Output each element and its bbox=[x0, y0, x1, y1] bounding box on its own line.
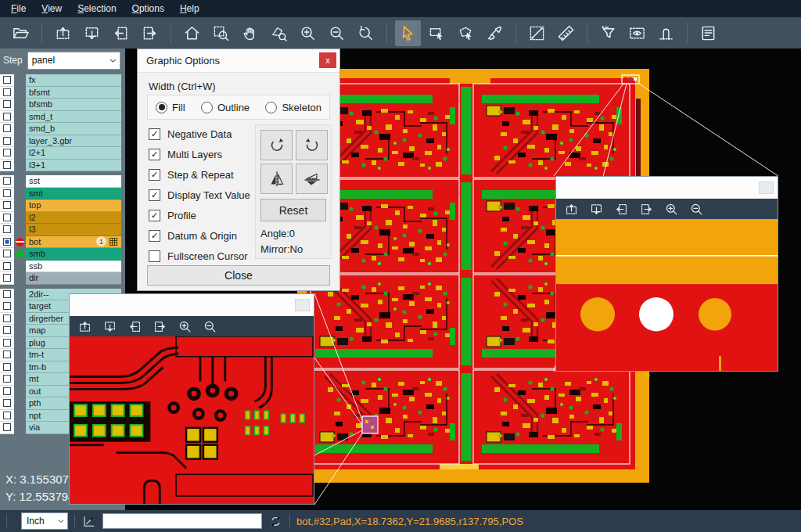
layer-checkbox-cell[interactable] bbox=[0, 147, 14, 160]
layer-name[interactable]: smd_b bbox=[26, 123, 121, 135]
layer-checkbox[interactable] bbox=[3, 375, 11, 383]
zoom-in-button[interactable] bbox=[663, 200, 681, 218]
window-close-button[interactable] bbox=[759, 182, 774, 194]
menu-options[interactable]: Options bbox=[124, 2, 172, 16]
magnifier-titlebar[interactable] bbox=[70, 294, 314, 316]
checkbox-datum-origin[interactable]: Datum & Origin bbox=[149, 225, 258, 246]
panel-left-button[interactable] bbox=[108, 20, 134, 46]
layer-checkbox-cell[interactable] bbox=[0, 236, 14, 249]
layer-checkbox-cell[interactable] bbox=[0, 160, 14, 172]
zoom-in-button[interactable] bbox=[295, 20, 321, 46]
command-input[interactable] bbox=[102, 513, 262, 529]
layer-checkbox[interactable] bbox=[3, 149, 11, 156]
checkbox-multi-layers[interactable]: Multi Layers bbox=[149, 144, 258, 164]
layer-checkbox[interactable] bbox=[3, 76, 11, 84]
radio-fill[interactable]: Fill bbox=[156, 102, 185, 113]
layer-checkbox[interactable] bbox=[3, 350, 11, 358]
layer-checkbox-cell[interactable] bbox=[0, 361, 14, 374]
layer-checkbox-cell[interactable] bbox=[0, 224, 14, 236]
rotate-cw-button[interactable] bbox=[260, 130, 293, 160]
dialog-close-icon[interactable]: x bbox=[319, 52, 336, 68]
layer-checkbox-cell[interactable] bbox=[0, 373, 14, 386]
layer-checkbox-cell[interactable] bbox=[0, 289, 14, 301]
window-close-button[interactable] bbox=[295, 299, 310, 311]
layer-name[interactable]: fx bbox=[26, 74, 121, 87]
panel-right-button[interactable] bbox=[151, 318, 169, 336]
panel-left-button[interactable] bbox=[126, 318, 144, 336]
layer-checkbox-cell[interactable] bbox=[0, 135, 14, 148]
layer-checkbox-cell[interactable] bbox=[0, 410, 14, 422]
checkbox-fullscreen-cursor[interactable]: Fullscreen Cursor bbox=[149, 246, 258, 266]
report-button[interactable] bbox=[695, 20, 721, 46]
zoom-in-button[interactable] bbox=[176, 318, 194, 336]
layer-checkbox-cell[interactable] bbox=[0, 261, 14, 273]
layer-checkbox[interactable] bbox=[3, 290, 11, 298]
layer-checkbox[interactable] bbox=[3, 189, 11, 197]
layer-checkbox[interactable] bbox=[3, 161, 11, 169]
layer-name[interactable]: layer_3.gbr bbox=[26, 135, 121, 148]
layer-checkbox[interactable] bbox=[3, 124, 11, 132]
panel-up-button[interactable] bbox=[562, 200, 580, 218]
layer-checkbox[interactable] bbox=[3, 423, 11, 431]
layer-checkbox[interactable] bbox=[3, 399, 11, 407]
layer-checkbox[interactable] bbox=[3, 315, 11, 322]
magnifier-content[interactable] bbox=[556, 219, 778, 371]
ruler-button[interactable] bbox=[553, 20, 579, 46]
checkbox-profile[interactable]: Profile bbox=[149, 205, 258, 225]
open-button[interactable] bbox=[8, 20, 34, 46]
reset-button[interactable]: Reset bbox=[260, 199, 326, 221]
home-button[interactable] bbox=[179, 20, 205, 46]
panel-right-button[interactable] bbox=[638, 200, 656, 218]
layer-checkbox-cell[interactable] bbox=[0, 386, 14, 398]
layer-checkbox[interactable] bbox=[3, 88, 11, 96]
layer-checkbox[interactable] bbox=[3, 100, 11, 108]
checkbox-display-text-value[interactable]: Display Text Value bbox=[149, 185, 258, 205]
view-filter-button[interactable] bbox=[624, 20, 650, 46]
layer-name[interactable]: l2 bbox=[26, 212, 121, 225]
layer-checkbox[interactable] bbox=[3, 113, 11, 120]
measure-line-button[interactable] bbox=[524, 20, 550, 46]
step-select[interactable]: panel bbox=[27, 52, 120, 70]
menu-help[interactable]: Help bbox=[172, 2, 207, 16]
layer-checkbox-cell[interactable] bbox=[0, 188, 14, 200]
zoom-object-button[interactable] bbox=[266, 20, 292, 46]
layer-checkbox[interactable] bbox=[3, 214, 11, 221]
brush-button[interactable] bbox=[482, 20, 508, 46]
panel-up-button[interactable] bbox=[50, 20, 76, 46]
radio-skeleton[interactable]: Skeleton bbox=[265, 102, 321, 113]
layer-name[interactable]: l3+1 bbox=[26, 160, 121, 172]
pan-button[interactable] bbox=[237, 20, 263, 46]
layer-checkbox[interactable] bbox=[3, 363, 11, 371]
zoom-window-button[interactable] bbox=[208, 20, 234, 46]
layer-name[interactable]: sst bbox=[26, 175, 121, 188]
layer-checkbox[interactable] bbox=[3, 412, 11, 419]
magnifier-content[interactable] bbox=[70, 336, 314, 504]
zoom-previous-button[interactable] bbox=[353, 20, 379, 46]
layer-checkbox-cell[interactable] bbox=[0, 175, 14, 188]
radio-outline[interactable]: Outline bbox=[201, 102, 250, 113]
layer-name[interactable]: top bbox=[26, 200, 121, 212]
zoom-out-button[interactable] bbox=[201, 318, 219, 336]
layer-checkbox-cell[interactable] bbox=[0, 300, 14, 313]
panel-down-button[interactable] bbox=[587, 200, 605, 218]
snap-button[interactable] bbox=[653, 20, 679, 46]
layer-checkbox-cell[interactable] bbox=[0, 248, 14, 261]
unit-select[interactable]: Inch bbox=[21, 512, 68, 530]
panel-up-button[interactable] bbox=[76, 318, 94, 336]
select-button[interactable] bbox=[395, 20, 421, 46]
layer-checkbox[interactable] bbox=[3, 339, 11, 347]
layer-checkbox[interactable] bbox=[3, 387, 11, 395]
layer-name[interactable]: smd_t bbox=[26, 111, 121, 124]
layer-checkbox-cell[interactable] bbox=[0, 349, 14, 361]
layer-name[interactable]: dir bbox=[26, 272, 121, 285]
layer-name[interactable]: smb bbox=[26, 248, 121, 261]
layer-checkbox[interactable] bbox=[3, 238, 11, 246]
menu-selection[interactable]: Selection bbox=[70, 2, 124, 16]
rotate-ccw-button[interactable] bbox=[296, 130, 328, 160]
layer-name[interactable]: bot1 bbox=[26, 236, 121, 249]
layer-checkbox[interactable] bbox=[3, 326, 11, 334]
layer-checkbox[interactable] bbox=[3, 302, 11, 310]
panel-right-button[interactable] bbox=[137, 20, 163, 46]
zoom-out-button[interactable] bbox=[688, 200, 706, 218]
layer-checkbox[interactable] bbox=[3, 262, 11, 270]
